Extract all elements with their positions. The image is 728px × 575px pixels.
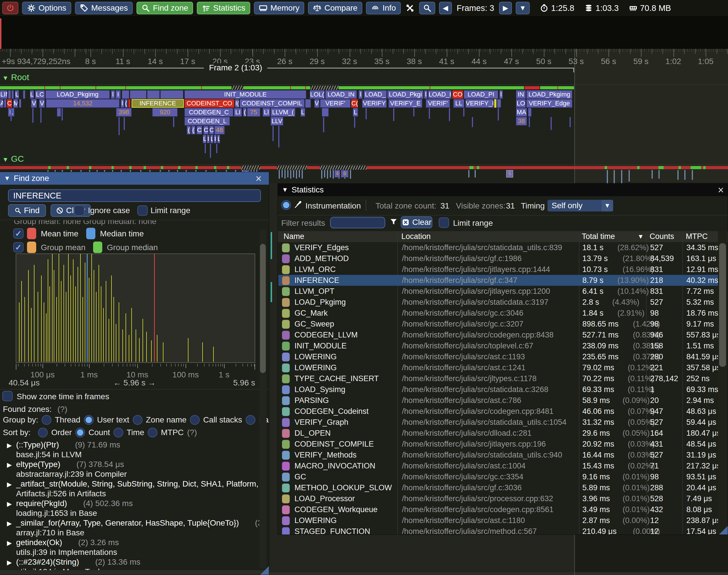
find-zone-resize-grip[interactable] [260, 566, 269, 575]
timeline-zone[interactable]: L [203, 135, 206, 143]
timeline-zone[interactable] [305, 99, 311, 108]
timeline-zone[interactable]: C( [351, 99, 358, 108]
table-row[interactable]: INIT_MODULE/home/kristofferc/julia/src/t… [278, 340, 718, 351]
stats-limit-range-checkbox[interactable] [439, 217, 449, 228]
column-header-total-time[interactable]: Total time [582, 232, 615, 241]
timeline-zone[interactable]: I [115, 90, 121, 99]
tools-icon[interactable] [404, 4, 416, 12]
sort-by-radio[interactable] [148, 428, 158, 437]
timeline-zone[interactable]: VERIFY_I [465, 99, 494, 108]
timeline-zone[interactable]: LOL( [310, 90, 325, 99]
found-zone-item[interactable]: ▶_artifact_str(Module, String, SubString… [7, 479, 266, 498]
timeline-zone[interactable]: I( [235, 99, 239, 108]
timeline-zone[interactable]: MA [516, 108, 527, 116]
table-row[interactable]: CODEGEN_LLVM/home/kristofferc/julia/src/… [278, 330, 718, 340]
timeline-zone[interactable] [494, 99, 496, 108]
timeline-zone[interactable] [322, 108, 329, 116]
timeline-zone[interactable]: V [39, 99, 45, 108]
timeline-zone[interactable]: I [207, 135, 210, 143]
timeline-zone[interactable]: VERIF' [426, 99, 450, 108]
table-row[interactable]: DL_OPEN/home/kristofferc/julia/src/dlloa… [278, 428, 718, 439]
found-zones-help-hint[interactable]: (?) [58, 405, 67, 414]
group-by-radio[interactable] [42, 415, 52, 425]
found-zone-item[interactable]: ▶require(PkgId)(4) 502.36 msloading.jl:1… [7, 499, 266, 517]
group-by-radio[interactable] [133, 415, 142, 425]
timeline-zone[interactable] [160, 90, 183, 99]
statistics-close-icon[interactable]: × [715, 184, 727, 196]
gc-section-toggle[interactable]: ▼ GC [2, 154, 24, 164]
sort-by-radio[interactable] [113, 428, 123, 437]
table-row[interactable]: GC_Mark/home/kristofferc/julia/src/gc.c:… [278, 308, 718, 318]
table-row[interactable]: LOWERING/home/kristofferc/julia/src/ast.… [278, 362, 718, 373]
timeline-zone[interactable]: VERIF' [320, 99, 351, 108]
show-zone-time-checkbox[interactable] [2, 391, 13, 401]
sort-by-radio[interactable] [75, 428, 85, 437]
table-row[interactable]: LOAD_Pkgimg/home/kristofferc/julia/src/s… [278, 297, 718, 308]
timeline-zone[interactable]: C [197, 126, 202, 134]
table-row[interactable]: LOAD_Sysimg/home/kristofferc/julia/src/s… [278, 384, 718, 395]
timeline-zone[interactable]: L [217, 135, 220, 143]
timeline-zone[interactable]: CODEGEN_L [185, 117, 230, 126]
group-by-radio[interactable] [245, 415, 255, 425]
statistics-titlebar[interactable]: ▼ Statistics [278, 183, 728, 196]
timeline-zone[interactable]: LOAD_ [364, 90, 387, 99]
sort-by-help-hint[interactable]: (?) [187, 428, 197, 437]
find-zone-hscrollbar[interactable] [0, 570, 269, 575]
table-row[interactable]: VERIFY_Edges/home/kristofferc/julia/src/… [278, 242, 718, 253]
limit-range-checkbox[interactable] [137, 205, 148, 216]
table-row[interactable]: LOAD_Processor/home/kristofferc/julia/sr… [278, 493, 718, 504]
table-row[interactable]: GC/home/kristofferc/julia/src/gc.c:33549… [278, 471, 718, 482]
table-row[interactable]: GC_Sweep/home/kristofferc/julia/src/gc.c… [278, 318, 718, 330]
gc-zone-box[interactable]: 6 [342, 170, 348, 177]
timeline-zone[interactable]: L [30, 90, 34, 99]
ignore-case-checkbox[interactable] [74, 205, 85, 216]
timeline-zone[interactable]: LOAD_Pkgimg [45, 90, 110, 99]
timeline-zone[interactable]: LOAD_Pkgi [387, 90, 424, 99]
find-button[interactable]: Find [8, 204, 46, 217]
memory-button[interactable]: Memory [254, 2, 304, 14]
timeline-zone[interactable]: Ll [263, 108, 270, 116]
next-frame-button[interactable]: ▶ [499, 2, 512, 14]
column-header-name[interactable]: Name [284, 232, 304, 241]
stats-table-header[interactable]: NameLocationTotal timeCountsMTPC▼ [278, 231, 728, 242]
timeline-zone[interactable]: C( [203, 126, 208, 134]
timeline-zone[interactable]: LO [516, 99, 526, 108]
instrumentation-radio[interactable] [281, 200, 291, 210]
timeline-zone[interactable]: M [13, 99, 18, 108]
found-zone-item[interactable]: ▶getindex(Ok)(2) 3.26 msutils.jl:39 in I… [7, 538, 266, 556]
timeline-zone[interactable]: LLV [271, 117, 283, 126]
timeline-zone[interactable]: VERIFY_Edge [526, 99, 572, 108]
find-zone-button[interactable]: Find zone [136, 2, 193, 14]
frames-overview-strip[interactable] [0, 16, 728, 49]
timing-dropdown[interactable]: Self only ▼ [547, 200, 614, 212]
sort-by-radio[interactable] [38, 428, 48, 437]
root-section-toggle[interactable]: ▼ Root [2, 72, 29, 82]
timeline-zone[interactable] [128, 99, 130, 108]
timeline-zone[interactable] [57, 108, 61, 116]
find-zone-histogram[interactable] [16, 253, 255, 363]
column-header-counts[interactable]: Counts [650, 232, 674, 241]
funnel-icon[interactable] [389, 217, 398, 226]
timeline-zone[interactable]: LOAD_Pkgimg [526, 90, 572, 99]
timeline-zone[interactable] [497, 99, 501, 108]
timeline-zone[interactable] [528, 108, 531, 116]
zoom-tool-button[interactable] [419, 2, 435, 14]
timeline-zone[interactable]: C( [209, 126, 214, 134]
timeline-zone[interactable]: l [111, 90, 115, 99]
timeline-zone[interactable]: C [7, 99, 12, 108]
table-row[interactable]: CODEINST_COMPILE/home/kristofferc/julia/… [278, 439, 718, 449]
table-row[interactable]: PARSING/home/kristofferc/julia/src/ast.c… [278, 395, 718, 406]
timeline-zone[interactable]: 920 [152, 108, 177, 116]
timeline-zone[interactable] [147, 90, 160, 99]
table-row[interactable]: VERIFY_Graph/home/kristofferc/julia/src/… [278, 417, 718, 428]
timeline-zone[interactable]: 48 [214, 126, 225, 134]
gc-zone-box[interactable]: 5 [506, 170, 513, 177]
find-zone-titlebar[interactable]: ▼ Find zone [0, 172, 269, 185]
timeline-zone[interactable] [130, 90, 146, 99]
frame-dropdown-button[interactable]: ▼ [516, 2, 530, 14]
table-row[interactable]: TYPE_CACHE_INSERT/home/kristofferc/julia… [278, 373, 718, 384]
column-header-mtpc[interactable]: MTPC [686, 232, 708, 241]
found-zone-item[interactable]: ▶(::Type)(Ptr)(9) 71.69 msbase.jl:54 in … [7, 440, 266, 459]
timeline-zone[interactable]: LOAD_PI [464, 90, 498, 99]
clear-button[interactable]: Clear [51, 204, 91, 217]
